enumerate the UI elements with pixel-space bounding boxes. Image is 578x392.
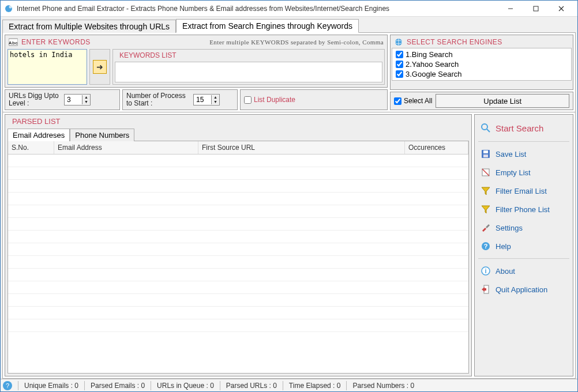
filter-email-label: Filter Email List	[496, 187, 547, 195]
process-count-spinner[interactable]: ▲ ▼	[193, 94, 220, 105]
abc-icon: Abc	[9, 37, 18, 47]
table-row[interactable]	[8, 193, 468, 205]
table-row[interactable]	[8, 154, 468, 167]
settings-icon	[481, 223, 491, 233]
start-search-button[interactable]: Start Search	[478, 118, 569, 138]
empty-icon	[481, 167, 491, 178]
process-up-icon[interactable]: ▲	[211, 95, 219, 100]
table-row[interactable]	[8, 256, 468, 269]
search-engines-title: SELECT SEARCH ENGINES	[407, 38, 502, 46]
table-row[interactable]	[8, 218, 468, 231]
col-occurences[interactable]: Occurences	[405, 141, 468, 154]
help-button[interactable]: ? Help	[478, 238, 569, 255]
digg-up-icon[interactable]: ▲	[82, 95, 90, 100]
filter-phone-button[interactable]: Filter Phone List	[478, 201, 569, 218]
search-engines-list: 1.Bing Search 2.Yahoo Search 3.Google Se…	[392, 48, 572, 81]
svg-rect-3	[534, 6, 538, 11]
svg-text:i: i	[485, 267, 486, 274]
empty-list-label: Empty List	[496, 168, 531, 177]
settings-button[interactable]: Settings	[478, 219, 569, 236]
table-row[interactable]	[8, 167, 468, 180]
se-google-label: 3.Google Search	[406, 70, 462, 78]
quit-icon	[481, 284, 491, 295]
svg-marker-24	[482, 206, 490, 213]
about-button[interactable]: i About	[478, 262, 569, 280]
col-sno[interactable]: S.No.	[8, 141, 54, 154]
list-duplicate-input[interactable]	[244, 96, 252, 104]
status-help-icon[interactable]: ?	[3, 381, 12, 390]
quit-button[interactable]: Quit Application	[478, 281, 569, 298]
filter-phone-label: Filter Phone List	[496, 205, 550, 214]
results-grid[interactable]: S.No. Email Address First Source URL Occ…	[7, 141, 469, 374]
save-list-label: Save List	[496, 150, 526, 159]
status-parsed-numbers: Parsed Numbers : 0	[350, 382, 416, 390]
separator	[151, 381, 151, 390]
process-down-icon[interactable]: ▼	[211, 100, 219, 104]
se-item-yahoo[interactable]: 2.Yahoo Search	[396, 60, 568, 69]
maximize-button[interactable]	[523, 1, 549, 16]
search-engines-footer: Select All Update List	[390, 92, 573, 110]
table-row[interactable]	[8, 269, 468, 281]
info-icon: i	[481, 266, 491, 276]
window-title: Internet Phone and Email Extractor - Ext…	[17, 5, 498, 13]
se-item-bing[interactable]: 1.Bing Search	[396, 50, 568, 59]
separator	[84, 381, 85, 390]
table-row[interactable]	[8, 205, 468, 218]
se-bing-checkbox[interactable]	[396, 51, 403, 58]
close-button[interactable]	[549, 1, 574, 16]
table-row[interactable]	[8, 319, 468, 332]
start-search-label: Start Search	[496, 123, 543, 133]
tab-phone-numbers[interactable]: Phone Numbers	[70, 129, 134, 141]
table-row[interactable]	[8, 243, 468, 256]
keywords-list[interactable]	[115, 62, 382, 82]
process-count-input[interactable]	[194, 96, 211, 104]
settings-label: Settings	[496, 224, 523, 232]
table-row[interactable]	[8, 231, 468, 243]
keywords-list-title: KEYWORDS LIST	[119, 51, 177, 59]
table-row[interactable]	[8, 180, 468, 193]
grid-body	[8, 154, 468, 372]
select-all-input[interactable]	[394, 97, 401, 105]
quit-label: Quit Application	[496, 285, 547, 294]
col-email[interactable]: Email Address	[54, 141, 198, 154]
select-all-checkbox[interactable]: Select All	[394, 97, 432, 105]
tab-extract-keywords[interactable]: Extract from Search Engines through Keyw…	[176, 19, 359, 33]
parsed-list-panel: @ PARSED LIST Email Addreses Phone Numbe…	[5, 114, 472, 376]
arrow-right-icon: ➜	[96, 62, 103, 71]
statusbar: ? Unique Emails : 0 Parsed Emails : 0 UR…	[1, 379, 577, 391]
add-keyword-button[interactable]: ➜	[93, 60, 107, 74]
enter-keywords-panel: Abc ENTER KEYWORDS Enter multiple KEYWOR…	[5, 35, 388, 88]
table-row[interactable]	[8, 307, 468, 319]
se-google-checkbox[interactable]	[396, 70, 403, 78]
se-yahoo-checkbox[interactable]	[396, 61, 403, 68]
table-row[interactable]	[8, 294, 468, 307]
keywords-list-panel: KEYWORDS LIST	[112, 49, 385, 85]
update-list-button[interactable]: Update List	[436, 94, 569, 108]
help-icon: ?	[481, 241, 491, 251]
col-url[interactable]: First Source URL	[198, 141, 405, 154]
table-row[interactable]	[8, 281, 468, 294]
tab-extract-urls[interactable]: Extract from Multiple Websites through U…	[2, 20, 176, 33]
separator	[283, 381, 283, 390]
keywords-input[interactable]	[7, 49, 87, 85]
separator	[18, 381, 18, 390]
save-list-button[interactable]: Save List	[478, 145, 569, 163]
tab-email-addresses[interactable]: Email Addreses	[7, 129, 70, 141]
separator	[478, 141, 569, 142]
separator	[478, 258, 569, 259]
list-duplicate-label: List Duplicate	[254, 96, 295, 104]
main-tabs: Extract from Multiple Websites through U…	[2, 18, 576, 32]
se-item-google[interactable]: 3.Google Search	[396, 70, 568, 78]
svg-text:?: ?	[484, 243, 488, 250]
filter-email-button[interactable]: Filter Email List	[478, 182, 569, 199]
digg-level-input[interactable]	[65, 96, 82, 104]
list-duplicate-checkbox[interactable]: List Duplicate	[244, 96, 295, 104]
svg-marker-23	[482, 187, 490, 195]
digg-level-spinner[interactable]: ▲ ▼	[64, 94, 91, 105]
digg-down-icon[interactable]: ▼	[82, 100, 90, 104]
empty-list-button[interactable]: Empty List	[478, 164, 569, 181]
svg-point-1	[9, 5, 12, 8]
globe-icon	[394, 37, 403, 47]
status-unique-emails: Unique Emails : 0	[22, 382, 81, 390]
minimize-button[interactable]	[498, 1, 523, 16]
